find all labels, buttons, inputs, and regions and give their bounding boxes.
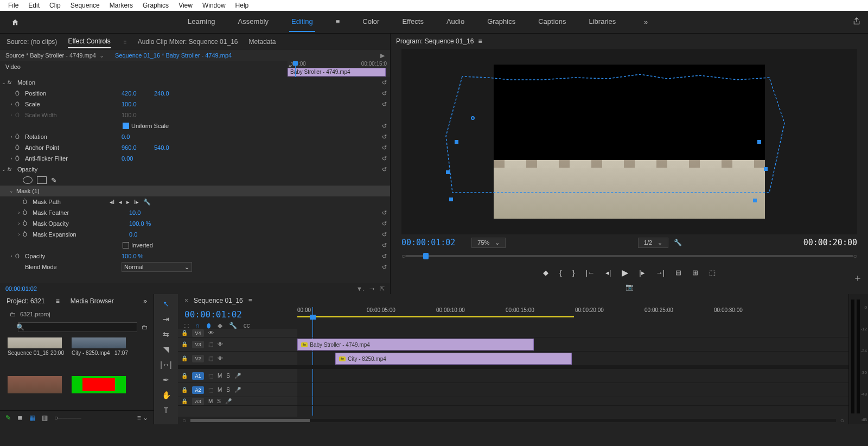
- source-clip-dropdown-icon[interactable]: ⌄: [96, 52, 107, 59]
- reset-icon[interactable]: ↺: [382, 79, 387, 86]
- project-menu-icon[interactable]: ≡: [56, 297, 60, 305]
- mask-point[interactable]: [753, 199, 757, 202]
- effect-controls-menu-icon[interactable]: ≡: [122, 39, 127, 45]
- position-x[interactable]: 420.0: [122, 90, 154, 97]
- toggle-output-icon[interactable]: 👁: [218, 355, 223, 361]
- reset-icon[interactable]: ↺: [382, 123, 387, 130]
- resolution-select[interactable]: 1/2⌄: [638, 238, 668, 248]
- add-marker-button[interactable]: ◆: [543, 269, 548, 277]
- freeform-view-button[interactable]: ▥: [42, 414, 48, 422]
- stopwatch-icon[interactable]: Ò: [15, 253, 24, 259]
- menu-clip[interactable]: Clip: [44, 2, 66, 9]
- lift-button[interactable]: ⊟: [675, 269, 681, 277]
- fx-opacity-header[interactable]: ⌄fx Opacity ↺: [0, 164, 390, 175]
- tab-metadata[interactable]: Metadata: [248, 36, 276, 48]
- icon-view-button[interactable]: ▦: [29, 414, 35, 422]
- ws-libraries[interactable]: Libraries: [587, 12, 618, 32]
- track-header-v2[interactable]: 🔒 V2 ⬚ 👁: [178, 352, 297, 366]
- linked-selection-icon[interactable]: ∩: [195, 322, 200, 329]
- program-timecode[interactable]: 00:00:01:02: [401, 238, 455, 247]
- project-item[interactable]: [72, 376, 128, 407]
- stopwatch-icon[interactable]: Ò: [23, 210, 31, 216]
- zoom-select[interactable]: 75%⌄: [471, 238, 506, 248]
- sequence-tab[interactable]: Sequence 01_16: [194, 297, 243, 304]
- voice-over-icon[interactable]: 🎤: [225, 398, 232, 404]
- mask-feather-value[interactable]: 10.0: [129, 209, 162, 216]
- ws-audio[interactable]: Audio: [444, 12, 467, 32]
- export-frame-button[interactable]: ⬚: [709, 269, 716, 277]
- lane-v4[interactable]: [297, 329, 848, 337]
- opacity-value[interactable]: 100.0 %: [122, 253, 154, 259]
- go-to-out-button[interactable]: →|: [656, 269, 665, 277]
- mask-point[interactable]: [764, 167, 768, 171]
- toggle-sync-icon[interactable]: ⬚: [208, 341, 213, 347]
- lock-icon[interactable]: 🔒: [181, 373, 188, 379]
- timeline-zoom-scroll[interactable]: ○ ○: [178, 417, 848, 424]
- list-view-button[interactable]: ≣: [17, 414, 23, 422]
- mask-feather-handle[interactable]: [471, 116, 475, 120]
- mask-outline[interactable]: [467, 60, 792, 223]
- mark-in-button[interactable]: {: [559, 269, 561, 277]
- track-name[interactable]: V3: [192, 341, 204, 348]
- mask-1-header[interactable]: ⌄ Mask (1): [0, 186, 390, 196]
- reset-icon[interactable]: ↺: [382, 231, 387, 238]
- work-area-bar[interactable]: [297, 316, 574, 317]
- reset-icon[interactable]: ↺: [382, 264, 387, 271]
- snap-icon[interactable]: ⸬: [184, 322, 189, 329]
- mask-point[interactable]: [446, 170, 450, 174]
- toggle-sync-icon[interactable]: ⬚: [208, 387, 213, 393]
- tab-audio-mixer[interactable]: Audio Clip Mixer: Sequence 01_16: [138, 36, 238, 48]
- solo-button[interactable]: S: [217, 398, 221, 404]
- clip-v2[interactable]: fx City - 8250.mp4: [335, 353, 572, 365]
- search-input[interactable]: [18, 322, 137, 332]
- track-name[interactable]: A3: [192, 398, 204, 405]
- new-bin-icon[interactable]: 🗀: [142, 323, 148, 331]
- mini-tl-clip[interactable]: Baby Stroller - 4749.mp4: [288, 68, 386, 77]
- uniform-scale-checkbox[interactable]: [123, 123, 129, 129]
- track-name[interactable]: A2: [192, 386, 204, 394]
- blend-mode-select[interactable]: Normal⌄: [122, 262, 192, 272]
- stopwatch-icon[interactable]: Ò: [15, 145, 24, 151]
- mute-button[interactable]: M: [218, 387, 222, 393]
- reset-icon[interactable]: ↺: [382, 209, 387, 216]
- write-pencil-icon[interactable]: ✎: [5, 414, 11, 422]
- type-tool[interactable]: T: [164, 406, 169, 415]
- mask-point[interactable]: [757, 140, 761, 144]
- program-scrubber[interactable]: ○ ○: [391, 251, 868, 262]
- track-header-a2[interactable]: 🔒 A2 ⬚ M S 🎤: [178, 383, 297, 397]
- link-icon[interactable]: ⇢: [369, 285, 374, 292]
- timeline-timecode[interactable]: 00:00:01:02: [184, 309, 291, 320]
- ws-editing-menu-icon[interactable]: ≡: [334, 12, 342, 32]
- toggle-sync-icon[interactable]: ⬚: [208, 373, 213, 379]
- project-item[interactable]: [8, 376, 64, 407]
- timeline-settings-icon[interactable]: ◆: [218, 322, 222, 329]
- lock-icon[interactable]: 🔒: [181, 387, 188, 393]
- track-header-v4[interactable]: 🔒 V4 👁: [178, 329, 297, 337]
- pen-tool[interactable]: ✒: [163, 375, 169, 384]
- track-name[interactable]: V2: [192, 355, 204, 362]
- program-menu-icon[interactable]: ≡: [474, 37, 482, 45]
- menu-window[interactable]: Window: [197, 2, 231, 9]
- project-item[interactable]: Sequence 01_1620:00: [8, 337, 64, 368]
- tab-media-browser[interactable]: Media Browser: [71, 297, 114, 305]
- stopwatch-icon[interactable]: Ò: [15, 156, 24, 162]
- ws-overflow-button[interactable]: »: [644, 18, 648, 26]
- reset-icon[interactable]: ↺: [382, 253, 387, 260]
- stopwatch-icon[interactable]: Ò: [15, 91, 24, 97]
- stopwatch-icon[interactable]: Ò: [23, 232, 31, 238]
- extract-button[interactable]: ⊞: [692, 269, 698, 277]
- zoom-slider[interactable]: ○─────: [54, 414, 81, 422]
- clip-v3[interactable]: fx Baby Stroller - 4749.mp4: [297, 339, 534, 351]
- project-item[interactable]: City - 8250.mp417:07: [72, 337, 128, 368]
- track-back-icon[interactable]: ◂: [117, 199, 124, 206]
- wrench-tl-icon[interactable]: 🔧: [229, 322, 237, 329]
- captions-icon[interactable]: cc: [244, 322, 250, 329]
- selection-tool[interactable]: ↖: [163, 300, 169, 308]
- mask-point[interactable]: [449, 197, 453, 201]
- anchor-y[interactable]: 540.0: [154, 144, 187, 151]
- filter-icon[interactable]: ▼.: [356, 285, 364, 292]
- reset-icon[interactable]: ↺: [382, 133, 387, 141]
- tab-effect-controls[interactable]: Effect Controls: [68, 35, 110, 48]
- effect-mini-timeline[interactable]: :00:00 00:00:15:0 Baby Stroller - 4749.m…: [288, 61, 390, 77]
- sort-button[interactable]: ≡ ⌄: [137, 414, 148, 422]
